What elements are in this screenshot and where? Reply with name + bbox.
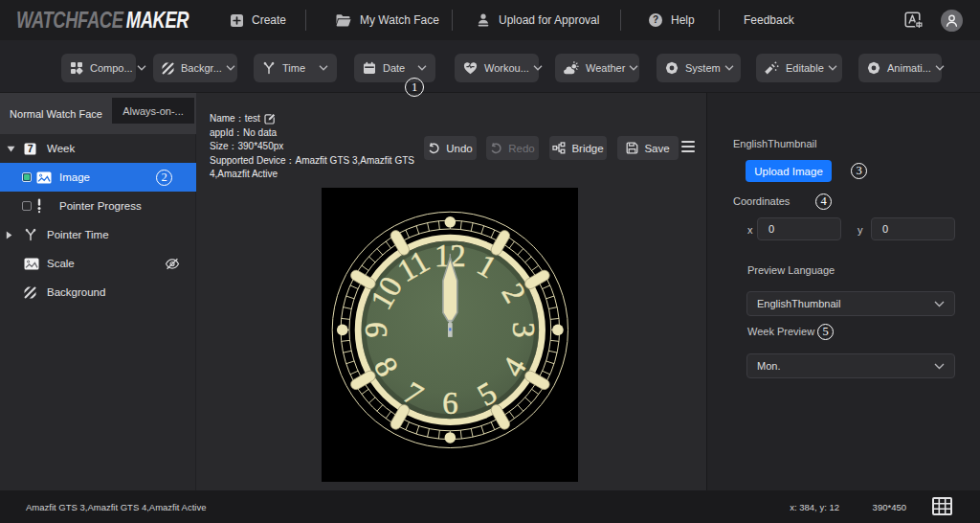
toolbar-button-time[interactable]: Time: [254, 54, 337, 82]
chevron-down-icon: [625, 65, 638, 71]
week-preview-value: Mon.: [757, 360, 780, 372]
annotation-1: 1: [405, 78, 424, 97]
pointer-time-icon: [262, 61, 276, 75]
help-icon: ?: [648, 12, 663, 28]
action-label: Undo: [446, 143, 473, 154]
redo-icon: [490, 143, 502, 154]
action-label: Save: [644, 143, 669, 154]
nav-help[interactable]: ? Help: [648, 0, 695, 40]
translate-icon[interactable]: [904, 11, 924, 30]
top-nav: Create My Watch Face Upload for Approval…: [0, 0, 980, 40]
layer-checkbox-checked[interactable]: [22, 172, 32, 182]
y-input[interactable]: 0: [871, 217, 955, 240]
layer-row-pointer-time[interactable]: Pointer Time: [0, 220, 196, 249]
layer-row-pointer-progress[interactable]: Pointer Progress: [0, 192, 196, 220]
toolbar-button-label: Animati...: [887, 62, 931, 74]
layer-label: Pointer Time: [47, 229, 109, 240]
upload-image-button[interactable]: Upload Image: [746, 160, 832, 182]
nav-create[interactable]: Create: [230, 0, 286, 40]
redo-button[interactable]: Redo: [486, 136, 539, 160]
toolbar-button-backgr[interactable]: Backgr...: [153, 54, 237, 82]
nav-feedback-label: Feedback: [744, 13, 794, 27]
toolbar-button-label: Time: [282, 62, 305, 74]
wand-icon: [765, 61, 779, 75]
properties-panel: EnglishThumbnail Upload Image Coordinate…: [706, 93, 980, 490]
tab-normal-watch-face[interactable]: Normal Watch Face: [0, 93, 112, 134]
avatar[interactable]: [941, 10, 963, 32]
toolbar-button-date[interactable]: Date: [354, 54, 435, 82]
sidebar-tabs: Normal Watch Face Always-on-...: [0, 93, 196, 134]
svg-text:?: ?: [653, 14, 658, 25]
weather-icon: [564, 61, 579, 75]
toolbar-button-workou[interactable]: Workou...: [455, 54, 539, 82]
chevron-down-icon: [413, 65, 427, 71]
heart-icon: [463, 62, 478, 75]
chevron-down-icon: [315, 65, 328, 71]
week-preview-select[interactable]: Mon.: [746, 353, 955, 378]
save-icon: [626, 142, 638, 154]
calendar-icon: [363, 61, 376, 75]
nav-separator: [305, 10, 306, 31]
toolbar-button-label: System: [685, 62, 721, 74]
x-input[interactable]: 0: [757, 217, 841, 240]
grid-icon[interactable]: [932, 497, 952, 517]
toolbar-button-system[interactable]: System: [657, 54, 741, 82]
annotation-4: 4: [815, 193, 832, 210]
svg-text:3: 3: [506, 322, 541, 337]
annotation-2: 2: [156, 170, 172, 186]
y-label: y: [858, 224, 863, 236]
toolbar-button-animati[interactable]: Animati...: [858, 54, 942, 82]
svg-text:7: 7: [28, 143, 33, 154]
pointer-progress-icon: [36, 198, 42, 214]
menu-icon[interactable]: [681, 141, 695, 152]
left-sidebar: Normal Watch Face Always-on-... 7WeekIma…: [0, 93, 196, 490]
info-device-2: 4,Amazfit Active: [210, 168, 401, 182]
folder-icon: [335, 13, 352, 28]
nav-upload-for-approval[interactable]: Upload for Approval: [476, 0, 599, 40]
toolbar-button-weather[interactable]: Weather: [555, 54, 639, 82]
nut-icon: [867, 61, 880, 75]
status-bar: Amazfit GTS 3,Amazfit GTS 4,Amazfit Acti…: [0, 490, 980, 523]
chevron-down-icon: [133, 65, 146, 71]
app-window: WATCHFACEMAKER Create My Watch Face: [0, 0, 980, 523]
save-button[interactable]: Save: [617, 136, 679, 160]
svg-text:6: 6: [442, 386, 457, 421]
nav-separator: [719, 10, 720, 31]
toolbar-button-compo[interactable]: Compo...: [61, 54, 136, 82]
watchface-preview[interactable]: 123456789101112: [322, 188, 578, 482]
status-device: Amazfit GTS 3,Amazfit GTS 4,Amazfit Acti…: [26, 502, 206, 512]
week-7-icon: 7: [24, 143, 36, 155]
expander-down-icon[interactable]: [7, 146, 15, 152]
expander-right-icon[interactable]: [6, 231, 12, 239]
annotation-3: 3: [851, 163, 867, 179]
tab-always-on[interactable]: Always-on-...: [112, 98, 194, 124]
bridge-button[interactable]: Bridge: [549, 136, 607, 160]
background-icon: [24, 286, 36, 299]
action-label: Redo: [508, 143, 535, 154]
image-icon: [36, 171, 52, 184]
upload-person-icon: [476, 12, 491, 28]
toolbar-button-label: Date: [383, 62, 405, 74]
nav-my-watch-face-label: My Watch Face: [360, 13, 439, 27]
edit-icon[interactable]: [264, 113, 276, 125]
layer-label: Image: [59, 171, 90, 183]
layer-label: Pointer Progress: [59, 200, 142, 212]
watchface-info: Name：test appId：No data Size：390*450px S…: [210, 112, 401, 182]
toolbar-button-label: Compo...: [90, 62, 133, 74]
chevron-down-icon: [721, 65, 734, 71]
layer-label: Scale: [47, 258, 75, 269]
nav-my-watch-face[interactable]: My Watch Face: [335, 0, 439, 40]
info-name: Name：test: [210, 112, 260, 126]
nav-feedback[interactable]: Feedback: [744, 0, 794, 40]
preview-language-label: Preview Language: [747, 264, 835, 276]
toolbar-button-label: Workou...: [484, 62, 529, 74]
layer-checkbox-empty[interactable]: [22, 201, 32, 211]
layer-row-week[interactable]: 7Week: [0, 134, 196, 163]
annotation-5: 5: [817, 324, 834, 340]
layer-row-background[interactable]: Background: [0, 278, 196, 307]
undo-button[interactable]: Undo: [424, 136, 477, 160]
toolbar-button-editable[interactable]: Editable: [756, 54, 842, 82]
preview-language-select[interactable]: EnglishThumbnail: [746, 291, 955, 316]
eye-off-icon[interactable]: [165, 258, 180, 270]
layer-row-scale[interactable]: Scale: [0, 249, 196, 278]
